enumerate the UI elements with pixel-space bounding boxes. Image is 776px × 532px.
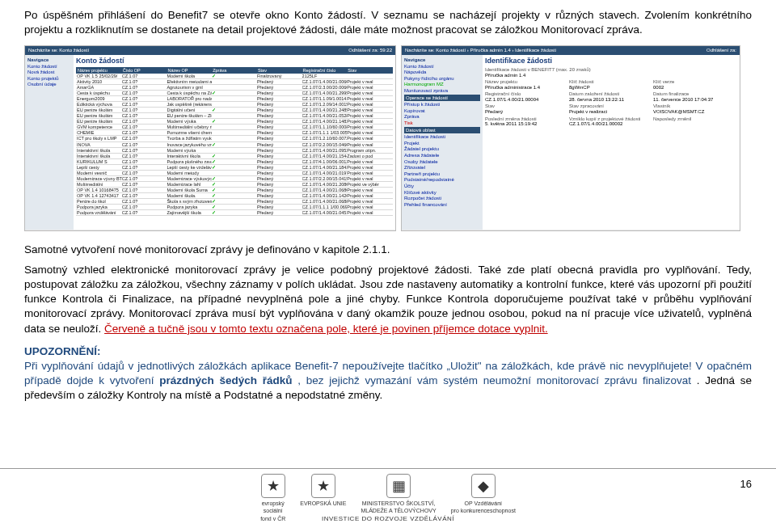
table-row[interactable]: Aktivity 2010CZ.1.0?Efektivním metodami … — [76, 79, 393, 85]
nav-item[interactable]: Přehled financování — [404, 202, 480, 208]
table-row[interactable]: OP VK 1.5 25/02/29/CZ.1.07Moderní škola✓… — [76, 74, 393, 79]
field-value: Příručka administrace 1.4 — [485, 85, 569, 91]
warning-heading: UPOZORNĚNÍ: — [24, 345, 101, 357]
cell: Projekt v real — [347, 142, 392, 147]
table-row[interactable]: Modernizace výuny BTCZ.1.0?Modernizace v… — [76, 176, 393, 182]
table-row[interactable]: Penize do školCZ.1.0?Škola s svým zhotov… — [76, 199, 393, 205]
nav-item[interactable]: Partneři projektu — [404, 171, 480, 177]
table-row[interactable]: Interaktivní školaCZ.1.0?Interaktivní šk… — [76, 154, 393, 159]
cell: 2125LF — [302, 74, 348, 78]
screenshot-row: Nacházíte se: Konto žádostí Odhlášení za… — [24, 45, 752, 231]
nav-item[interactable]: Nová žádost — [27, 70, 71, 75]
nav-item[interactable]: Konto žádostí — [404, 64, 480, 70]
nav-item[interactable]: Zřizovatel — [404, 165, 480, 171]
table-row[interactable]: EU penize školámCZ.1.0?Digitální učení✓P… — [76, 108, 393, 113]
field-label: Vlastník — [653, 103, 737, 109]
cell: Program otipn. — [347, 148, 392, 153]
nav-item[interactable]: Tisk — [404, 120, 480, 126]
nav-item[interactable]: Monitorovací zpráva — [404, 88, 480, 94]
nav-item[interactable]: Konto projektů — [27, 76, 71, 82]
field-value: Příručka admin 1.4 — [485, 73, 737, 78]
cell: CZ.1.07/1.4.00/21.0688 — [302, 199, 348, 204]
table-row[interactable]: Moderní vesničCZ.1.0?Moderní metodyPředa… — [76, 171, 393, 176]
cell: Předaný — [257, 108, 302, 112]
cell: CZ.1.0? — [122, 199, 167, 204]
table-row[interactable]: KURIKULUM SCZ.1.0?Podpora plošného zavád… — [76, 159, 393, 165]
cell: ✓ — [212, 176, 257, 181]
cell — [212, 148, 257, 153]
table-row[interactable]: INOVACZ.1.0?Inovace jazykového vzděl.✓Př… — [76, 142, 393, 148]
table-row[interactable]: OP VK 1.4 10168475CZ.1.0?Moderní škola S… — [76, 188, 393, 193]
cell: Projekt v real — [347, 113, 392, 118]
cell: Cesta k úspěchu — [77, 91, 122, 95]
nav-item-highlight[interactable]: Harmonogram MZ — [404, 82, 480, 87]
field-label: Vzniklo kopií z projektové žádosti — [569, 116, 653, 122]
nav-item[interactable]: Identifikace žádosti — [404, 134, 480, 140]
table-row[interactable]: MultimediálníCZ.1.0?Modernizace lahl✓Pře… — [76, 182, 393, 188]
cell: CZ.1.0? — [122, 188, 167, 192]
cell: Předaný — [257, 91, 302, 95]
cell: Moderní metody — [167, 171, 212, 175]
nav-item[interactable]: Osobní údaje — [27, 82, 71, 87]
nav-item[interactable]: Žádatel projektu — [404, 146, 480, 152]
cell: OP VK 1.4 10168475 — [77, 188, 122, 192]
nav-item[interactable]: Osoby žádatele — [404, 159, 480, 165]
cell: CZ.1.07/1.2.09/14.0015 — [302, 102, 348, 107]
nav-item[interactable]: Kopírovat — [404, 108, 480, 114]
table-row[interactable]: EU penize školámCZ.1.0?Moderní výuka✓Pře… — [76, 119, 393, 125]
nav-item[interactable]: Zpráva — [404, 114, 480, 120]
table-row[interactable]: ICT pro školy s LMPCZ.1.0?Tvorba a ždřla… — [76, 136, 393, 141]
table-row[interactable]: AmarGACZ.1.0?Agrotourism v gmlPředanýCZ.… — [76, 85, 393, 91]
nav-item[interactable]: Adresa žádatele — [404, 153, 480, 158]
table-row[interactable]: Cesta k úspěchuCZ.1.0?Cesta k úspěchu na… — [76, 91, 393, 96]
cell: ✓ — [212, 188, 257, 192]
cell: Předaný — [257, 171, 302, 175]
nav-item[interactable]: Projekt — [404, 141, 480, 146]
table-row[interactable]: GVM kompetenceCZ.1.0?Multimediální učebn… — [76, 125, 393, 130]
cell: ✓ — [212, 199, 257, 204]
table-row[interactable]: Ediktická výchovaCZ.1.0?Jak uspěšně (rek… — [76, 102, 393, 108]
cell: Tvorba a ždřlatim vyukov. — [167, 136, 212, 141]
field-value: Předaný — [485, 109, 569, 115]
cell: CZ.1.0? — [122, 113, 167, 118]
logo-caption: MINISTERSTVO ŠKOLSTVÍ, MLÁDEŽE A TĚLOVÝC… — [361, 500, 436, 515]
field-label: Název projektu — [485, 79, 569, 85]
nav-item[interactable]: Účty — [404, 184, 480, 189]
nav-item[interactable]: Konto žádostí — [27, 64, 71, 70]
warning-text-b: prázdných šedých řádků — [159, 374, 292, 386]
nav-item[interactable]: Pokyny řídícího orgánu — [404, 76, 480, 82]
left-main: Konto žádostí Název projektuČíslo OPNáze… — [74, 55, 395, 230]
table-row[interactable]: Podpora vzděláváníCZ.1.0?Zajímavější ško… — [76, 210, 393, 216]
cell: Multimediální učebny rl. — [167, 125, 212, 129]
cell: Lepší cesty ke vzdelávání. — [167, 165, 212, 170]
table-row[interactable]: Energom2009CZ.1.0?LABORATOŘ pro nadané v… — [76, 96, 393, 102]
table-row[interactable]: Podpora jazykaCZ.1.0?Podpora jazyka✓Před… — [76, 205, 393, 210]
nav-item[interactable]: Rozpočet žádosti — [404, 196, 480, 201]
cell: Předaný — [257, 210, 302, 215]
cell: CZ.1.0? — [122, 130, 167, 135]
nav-item[interactable]: Nápověda — [404, 70, 480, 75]
cell: Projekt v real — [347, 205, 392, 209]
cell: Předaný — [257, 96, 302, 101]
cell: Projekt v real — [347, 136, 392, 141]
cell: CZ.1.07/2.2.00/15.0460 — [302, 142, 348, 147]
cell: Digitální učení — [167, 108, 212, 112]
nav-item[interactable]: Klíčové aktivity — [404, 190, 480, 196]
table-row[interactable]: Lepší cestyCZ.1.0?Lepší cesty ke vzdeláv… — [76, 165, 393, 171]
cell: Škola s svým zhotovem – zie. — [167, 199, 212, 204]
nav-item[interactable]: Podstatné/nepodstatné — [404, 177, 480, 183]
cell: Předaný — [257, 159, 302, 164]
table-row[interactable]: CHEMIECZ.1.0?Pomozme všemi chemie – še.P… — [76, 130, 393, 136]
cell: Předaný — [257, 85, 302, 90]
field-label: Identifikace žádosti v BENEFIT7 (max. 20… — [485, 67, 737, 73]
table-row[interactable]: Interaktivní školaCZ.1.0?Moderni výukaPř… — [76, 148, 393, 154]
nav-item[interactable]: Přístup k žádosti — [404, 102, 480, 108]
table-row[interactable]: EU penize školámCZ.1.0?EU penize školám … — [76, 113, 393, 119]
table-row[interactable]: OP VK 1.4 12743417CZ.1.0?Moderní škola.✓… — [76, 193, 393, 199]
panel-title: Konto žádostí — [76, 57, 393, 65]
cell: CZ.1.0? — [122, 125, 167, 129]
cell: CZ.1.07/2.3.00/20.0060 — [302, 85, 348, 90]
cell: CZ.1.0? — [122, 108, 167, 112]
cell: Aktivity 2010 — [77, 79, 122, 84]
field-label: Registrační číslo — [485, 91, 569, 97]
